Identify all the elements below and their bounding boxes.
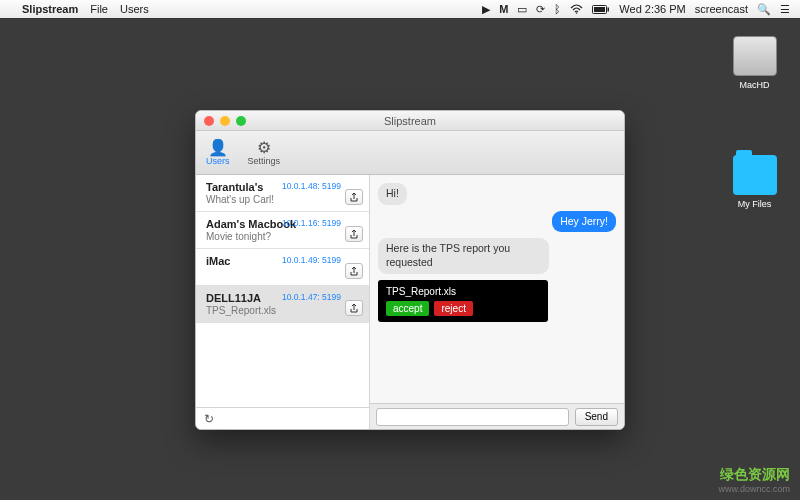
menubar-right: ▶ M ▭ ⟳ ᛒ Wed 2:36 PM screencast 🔍 ☰ [482,3,800,16]
desktop-folder[interactable]: My Files [727,155,782,209]
message-outgoing: Hey Jerry! [552,211,616,233]
spotlight-icon[interactable]: 🔍 [757,3,771,16]
macos-menubar: Slipstream File Users ▶ M ▭ ⟳ ᛒ Wed 2:36… [0,0,800,18]
watermark: 绿色资源网 www.downcc.com [718,466,790,494]
user-row[interactable]: iMac 10.0.1.49: 5199 [196,249,369,286]
share-button[interactable] [345,189,363,205]
menu-file[interactable]: File [90,3,108,15]
user-address: 10.0.1.16: 5199 [282,218,341,228]
toolbar-settings-label: Settings [248,156,281,166]
menu-users[interactable]: Users [120,3,149,15]
window-titlebar[interactable]: Slipstream [196,111,624,131]
user-row[interactable]: Tarantula'sWhat's up Carl!10.0.1.48: 519… [196,175,369,212]
watermark-text: 绿色资源网 [718,466,790,484]
wifi-icon[interactable] [570,4,583,14]
window-body: Tarantula'sWhat's up Carl!10.0.1.48: 519… [196,175,624,429]
user-icon: 👤 [208,140,228,156]
battery-icon[interactable] [592,5,610,14]
user-subtitle: Movie tonight? [206,231,361,242]
send-button[interactable]: Send [575,408,618,426]
svg-point-0 [576,12,578,14]
menubar-datetime[interactable]: Wed 2:36 PM [619,3,685,15]
close-button[interactable] [204,116,214,126]
menubar-user[interactable]: screencast [695,3,748,15]
user-subtitle: What's up Carl! [206,194,361,205]
sync-icon[interactable]: ⟳ [536,3,545,16]
svg-rect-3 [608,7,610,11]
users-sidebar: Tarantula'sWhat's up Carl!10.0.1.48: 519… [196,175,370,429]
share-button[interactable] [345,300,363,316]
user-address: 10.0.1.48: 5199 [282,181,341,191]
file-name: TPS_Report.xls [386,286,540,297]
display-icon[interactable]: ▭ [517,3,527,16]
user-row[interactable]: DELL11JATPS_Report.xls10.0.1.47: 5199 [196,286,369,323]
users-list: Tarantula'sWhat's up Carl!10.0.1.48: 519… [196,175,369,407]
toolbar-settings[interactable]: ⚙ Settings [248,140,281,166]
message-incoming: Hi! [378,183,407,205]
menubar-app-name[interactable]: Slipstream [22,3,78,15]
zoom-button[interactable] [236,116,246,126]
menubar-left: Slipstream File Users [0,3,149,15]
gear-icon: ⚙ [257,140,271,156]
chat-pane: Hi!Hey Jerry!Here is the TPS report you … [370,175,624,429]
desktop-drive[interactable]: MacHD [727,36,782,90]
user-address: 10.0.1.49: 5199 [282,255,341,265]
traffic-lights [196,116,246,126]
user-row[interactable]: Adam's MacbookMovie tonight?10.0.1.16: 5… [196,212,369,249]
refresh-icon[interactable]: ↻ [204,412,214,426]
watermark-url: www.downcc.com [718,484,790,494]
window-title: Slipstream [196,115,624,127]
share-button[interactable] [345,226,363,242]
compose-bar: Send [370,403,624,429]
messages-area: Hi!Hey Jerry!Here is the TPS report you … [370,175,624,403]
drive-icon [733,36,777,76]
app-window: Slipstream 👤 Users ⚙ Settings Tarantula'… [195,110,625,430]
window-toolbar: 👤 Users ⚙ Settings [196,131,624,175]
bluetooth-icon[interactable]: ᛒ [554,3,561,15]
file-transfer-card: TPS_Report.xlsacceptreject [378,280,548,322]
toolbar-users[interactable]: 👤 Users [206,140,230,166]
play-icon[interactable]: ▶ [482,3,490,16]
minimize-button[interactable] [220,116,230,126]
reject-button[interactable]: reject [434,301,472,316]
share-button[interactable] [345,263,363,279]
mail-icon[interactable]: M [499,3,508,15]
message-input[interactable] [376,408,569,426]
sidebar-footer: ↻ [196,407,369,429]
user-subtitle: TPS_Report.xls [206,305,361,316]
message-incoming: Here is the TPS report you requested [378,238,549,273]
folder-icon [733,155,777,195]
svg-rect-2 [594,7,605,12]
notification-center-icon[interactable]: ☰ [780,3,790,16]
desktop-folder-label: My Files [727,199,782,209]
desktop-drive-label: MacHD [727,80,782,90]
user-address: 10.0.1.47: 5199 [282,292,341,302]
accept-button[interactable]: accept [386,301,429,316]
toolbar-users-label: Users [206,156,230,166]
